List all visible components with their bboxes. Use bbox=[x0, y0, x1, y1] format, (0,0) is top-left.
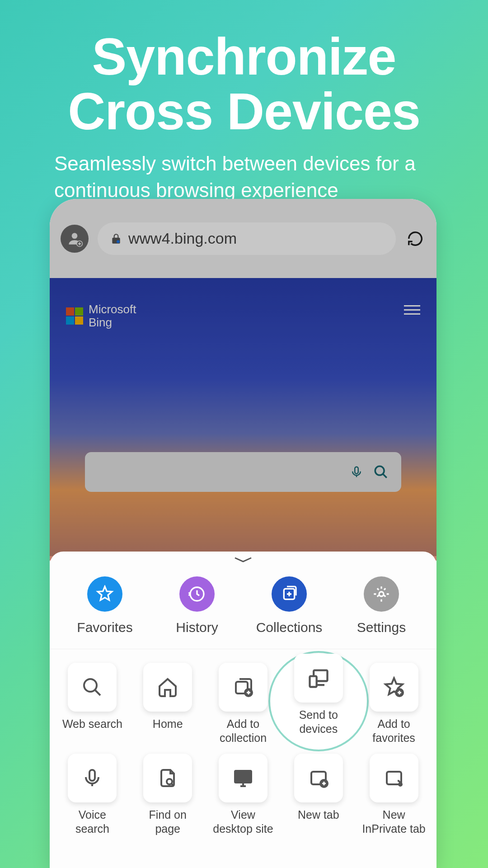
voice-search-button[interactable]: Voice search bbox=[61, 754, 124, 836]
profile-button[interactable] bbox=[61, 225, 89, 253]
lock-icon bbox=[110, 233, 122, 245]
phone-frame: www4.bing.com Microsoft Bing bbox=[50, 199, 436, 868]
browser-top-bar: www4.bing.com bbox=[50, 199, 436, 278]
favorites-button[interactable]: Favorites bbox=[59, 576, 151, 635]
action-sheet: Favorites History Collections Settings bbox=[50, 552, 436, 868]
add-to-favorites-button[interactable]: Add to favorites bbox=[362, 663, 426, 745]
send-to-devices-button[interactable]: Send to devices bbox=[286, 663, 350, 736]
url-text: www4.bing.com bbox=[128, 230, 237, 247]
home-button[interactable]: Home bbox=[136, 663, 200, 745]
svg-point-0 bbox=[72, 233, 78, 239]
settings-button[interactable]: Settings bbox=[335, 576, 427, 635]
sheet-grid-row-1: Web search Home Add to collection Send t… bbox=[50, 649, 436, 745]
search-icon[interactable] bbox=[373, 464, 389, 480]
hamburger-menu-button[interactable] bbox=[404, 305, 420, 315]
hero-title: Synchronize Cross Devices bbox=[0, 0, 488, 139]
svg-rect-14 bbox=[89, 770, 95, 781]
page-content: Microsoft Bing bbox=[50, 278, 436, 561]
collections-icon bbox=[272, 576, 307, 612]
collections-button[interactable]: Collections bbox=[243, 576, 335, 635]
star-icon bbox=[87, 576, 122, 612]
web-search-button[interactable]: Web search bbox=[61, 663, 124, 745]
svg-rect-17 bbox=[237, 773, 249, 781]
address-bar[interactable]: www4.bing.com bbox=[98, 222, 396, 255]
history-icon bbox=[179, 576, 215, 612]
hero-subtitle: Seamlessly switch between devices for a … bbox=[0, 150, 488, 204]
find-page-icon bbox=[157, 767, 178, 789]
find-on-page-button[interactable]: Find on page bbox=[136, 754, 200, 836]
sheet-top-row: Favorites History Collections Settings bbox=[50, 552, 436, 649]
desktop-icon bbox=[232, 767, 254, 789]
svg-rect-3 bbox=[355, 467, 358, 474]
add-collection-icon bbox=[232, 676, 254, 698]
add-to-collection-button[interactable]: Add to collection bbox=[211, 663, 275, 745]
view-desktop-site-button[interactable]: View desktop site bbox=[211, 754, 275, 836]
microsoft-logo-icon bbox=[66, 307, 83, 325]
svg-point-21 bbox=[399, 783, 402, 786]
gear-icon bbox=[364, 576, 399, 612]
search-icon bbox=[81, 676, 103, 698]
inprivate-icon bbox=[383, 767, 405, 789]
send-devices-icon bbox=[307, 666, 330, 690]
svg-point-4 bbox=[375, 466, 384, 475]
add-favorite-icon bbox=[383, 676, 405, 698]
svg-point-8 bbox=[84, 679, 97, 692]
svg-point-7 bbox=[379, 592, 384, 596]
history-button[interactable]: History bbox=[151, 576, 243, 635]
new-inprivate-tab-button[interactable]: New InPrivate tab bbox=[362, 754, 426, 836]
home-icon bbox=[157, 676, 178, 698]
new-tab-icon bbox=[308, 767, 329, 789]
sheet-grid-row-2: Voice search Find on page View desktop s… bbox=[50, 745, 436, 836]
new-tab-button[interactable]: New tab bbox=[286, 754, 350, 836]
mic-icon[interactable] bbox=[350, 465, 363, 479]
bing-brand: Microsoft Bing bbox=[66, 303, 136, 329]
mic-icon bbox=[81, 767, 103, 789]
sheet-grabber[interactable] bbox=[234, 557, 252, 563]
svg-rect-12 bbox=[310, 676, 316, 687]
bing-search-input[interactable] bbox=[85, 452, 401, 492]
reload-button[interactable] bbox=[405, 228, 426, 249]
svg-point-2 bbox=[117, 240, 120, 243]
